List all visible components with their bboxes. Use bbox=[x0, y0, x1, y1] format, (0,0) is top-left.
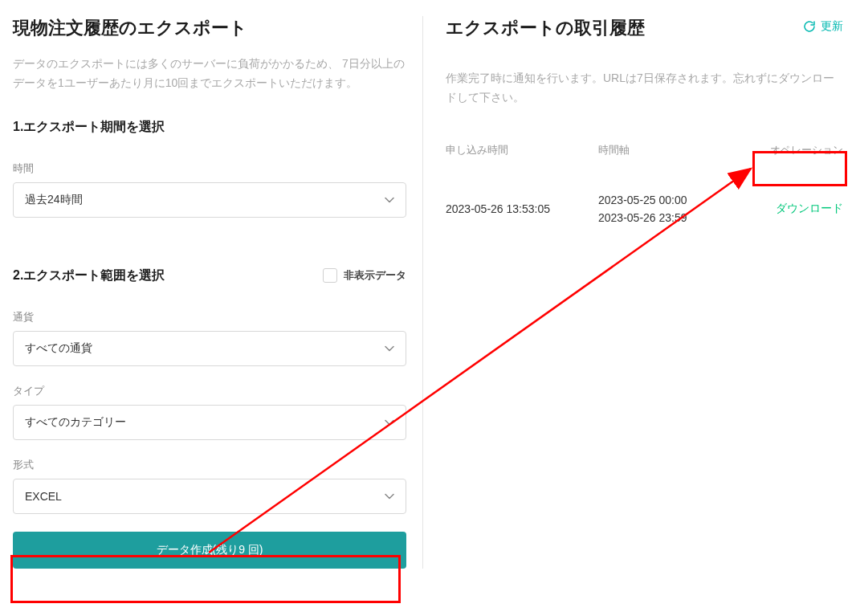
cell-apply-time: 2023-05-26 13:53:05 bbox=[446, 202, 598, 215]
time-field-label: 時間 bbox=[13, 161, 406, 176]
chevron-down-icon bbox=[385, 418, 394, 427]
table-header: 申し込み時間 時間軸 オペレーション bbox=[446, 133, 843, 167]
refresh-icon bbox=[803, 20, 816, 33]
table-row: 2023-05-26 13:53:05 2023-05-25 00:00 202… bbox=[446, 167, 843, 242]
refresh-label: 更新 bbox=[821, 19, 843, 34]
cell-time-axis: 2023-05-25 00:00 2023-05-26 23:59 bbox=[598, 191, 759, 227]
currency-select-value: すべての通貨 bbox=[25, 341, 92, 356]
hidden-data-checkbox[interactable]: 非表示データ bbox=[323, 268, 406, 283]
type-field-label: タイプ bbox=[13, 384, 406, 398]
format-select[interactable]: EXCEL bbox=[13, 479, 406, 514]
right-panel-description: 作業完了時に通知を行います。URLは7日保存されます。忘れずにダウンロードして下… bbox=[446, 69, 843, 108]
format-select-value: EXCEL bbox=[25, 490, 62, 503]
section-1-title: 1.エクスポート期間を選択 bbox=[13, 119, 406, 136]
chevron-down-icon bbox=[385, 492, 394, 501]
download-link[interactable]: ダウンロード bbox=[759, 202, 843, 216]
left-panel-description: データのエクスポートには多くのサーバーに負荷がかかるため、 7日分以上のデータを… bbox=[13, 55, 406, 93]
col-operation: オペレーション bbox=[759, 143, 843, 157]
chevron-down-icon bbox=[385, 344, 394, 353]
format-field-label: 形式 bbox=[13, 458, 406, 472]
type-select[interactable]: すべてのカテゴリー bbox=[13, 405, 406, 440]
time-select-value: 過去24時間 bbox=[25, 193, 83, 207]
col-apply-time: 申し込み時間 bbox=[446, 143, 598, 157]
create-data-button[interactable]: データ作成(残り9 回) bbox=[13, 532, 406, 569]
right-panel-title: エクスポートの取引履歴 bbox=[446, 16, 645, 40]
hidden-data-label: 非表示データ bbox=[344, 268, 406, 283]
axis-end: 2023-05-26 23:59 bbox=[598, 209, 759, 226]
axis-start: 2023-05-25 00:00 bbox=[598, 191, 759, 209]
refresh-button[interactable]: 更新 bbox=[803, 16, 843, 34]
col-time-axis: 時間軸 bbox=[598, 143, 759, 157]
type-select-value: すべてのカテゴリー bbox=[25, 415, 126, 430]
left-panel-title: 現物注文履歴のエクスポート bbox=[13, 16, 406, 40]
currency-select[interactable]: すべての通貨 bbox=[13, 331, 406, 366]
chevron-down-icon bbox=[385, 195, 394, 205]
section-2-title: 2.エクスポート範囲を選択 bbox=[13, 267, 165, 284]
time-select[interactable]: 過去24時間 bbox=[13, 182, 406, 218]
currency-field-label: 通貨 bbox=[13, 310, 406, 324]
checkbox-icon bbox=[323, 268, 337, 283]
